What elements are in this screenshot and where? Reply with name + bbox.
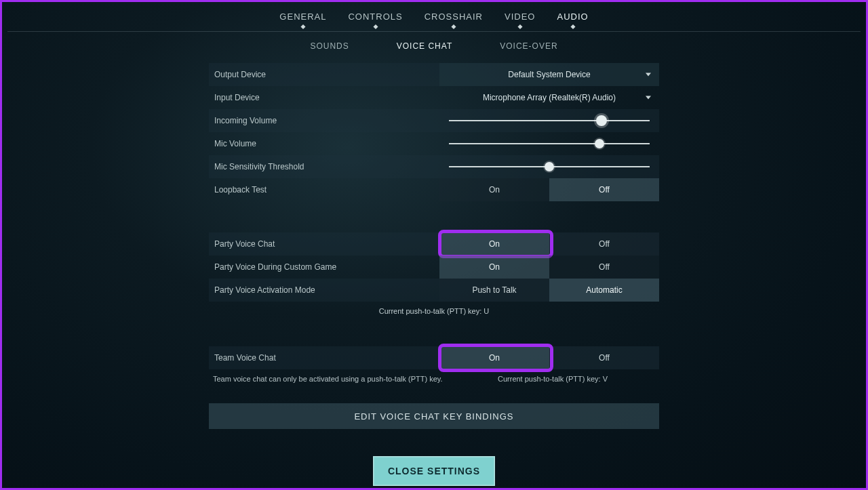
row-team-voice: Team Voice Chat On Off <box>209 346 659 369</box>
tab-controls-label: CONTROLS <box>348 12 402 22</box>
row-party-mode: Party Voice Activation Mode Push to Talk… <box>209 279 659 302</box>
diamond-icon <box>300 24 305 29</box>
row-party-voice: Party Voice Chat On Off <box>209 232 659 256</box>
top-tabs: GENERAL CONTROLS CROSSHAIR VIDEO AUDIO <box>2 2 866 26</box>
output-device-value: Default System Device <box>508 70 590 79</box>
tab-video[interactable]: VIDEO <box>505 12 535 22</box>
party-voice-toggle: On Off <box>439 232 659 256</box>
team-voice-on[interactable]: On <box>439 346 549 369</box>
tab-audio[interactable]: AUDIO <box>557 12 588 22</box>
mic-volume-label: Mic Volume <box>209 139 439 148</box>
input-device-dropdown[interactable]: Microphone Array (Realtek(R) Audio) <box>439 86 659 109</box>
incoming-volume-label: Incoming Volume <box>209 116 439 125</box>
close-settings-button[interactable]: CLOSE SETTINGS <box>373 456 495 486</box>
row-input-device: Input Device Microphone Array (Realtek(R… <box>209 86 659 109</box>
team-note-right: Current push-to-talk (PTT) key: V <box>498 375 655 383</box>
party-ptt-note: Current push-to-talk (PTT) key: U <box>209 302 659 321</box>
slider-thumb[interactable] <box>545 162 554 171</box>
edit-voice-bindings-button[interactable]: EDIT VOICE CHAT KEY BINDINGS <box>209 403 659 429</box>
row-mic-volume: Mic Volume <box>209 132 659 155</box>
subtab-voice-over[interactable]: VOICE-OVER <box>500 41 557 51</box>
tab-general-label: GENERAL <box>279 12 326 22</box>
tab-general[interactable]: GENERAL <box>279 12 326 22</box>
row-incoming-volume: Incoming Volume <box>209 109 659 132</box>
party-mode-label: Party Voice Activation Mode <box>209 285 439 295</box>
row-mic-sensitivity: Mic Sensitivity Threshold <box>209 155 659 178</box>
diamond-icon <box>373 24 378 29</box>
row-loopback: Loopback Test On Off <box>209 178 659 201</box>
party-mode-toggle: Push to Talk Automatic <box>439 279 659 302</box>
row-party-custom: Party Voice During Custom Game On Off <box>209 256 659 279</box>
party-voice-on-label: On <box>489 239 500 249</box>
team-note-left: Team voice chat can only be activated us… <box>213 375 498 383</box>
diamond-icon <box>517 24 522 29</box>
chevron-down-icon <box>646 96 651 100</box>
loopback-on[interactable]: On <box>439 178 549 201</box>
party-voice-on[interactable]: On <box>439 232 549 256</box>
party-voice-off[interactable]: Off <box>549 232 659 256</box>
loopback-label: Loopback Test <box>209 185 439 195</box>
tab-controls[interactable]: CONTROLS <box>348 12 402 22</box>
subtab-sounds[interactable]: SOUNDS <box>310 41 349 51</box>
party-custom-toggle: On Off <box>439 256 659 279</box>
output-device-label: Output Device <box>209 70 439 79</box>
party-custom-off[interactable]: Off <box>549 256 659 279</box>
team-voice-toggle: On Off <box>439 346 659 369</box>
party-custom-on[interactable]: On <box>439 256 549 279</box>
mic-sensitivity-label: Mic Sensitivity Threshold <box>209 162 439 171</box>
sub-tabs: SOUNDS VOICE CHAT VOICE-OVER <box>2 32 866 63</box>
tab-audio-label: AUDIO <box>557 12 588 22</box>
input-device-value: Microphone Array (Realtek(R) Audio) <box>483 93 616 102</box>
tab-crosshair[interactable]: CROSSHAIR <box>425 12 483 22</box>
incoming-volume-slider[interactable] <box>439 120 659 121</box>
chevron-down-icon <box>646 73 651 77</box>
row-output-device: Output Device Default System Device <box>209 63 659 86</box>
diamond-icon <box>570 24 575 29</box>
settings-panel: Output Device Default System Device Inpu… <box>209 63 659 486</box>
loopback-off[interactable]: Off <box>549 178 659 201</box>
party-mode-ptt[interactable]: Push to Talk <box>439 279 549 302</box>
subtab-voice-chat[interactable]: VOICE CHAT <box>397 41 452 51</box>
team-voice-on-label: On <box>489 353 500 363</box>
tab-video-label: VIDEO <box>505 12 535 22</box>
section-gap <box>209 201 659 232</box>
party-mode-auto[interactable]: Automatic <box>549 279 659 302</box>
slider-thumb[interactable] <box>596 115 607 126</box>
section-gap <box>209 321 659 346</box>
team-voice-off[interactable]: Off <box>549 346 659 369</box>
party-voice-label: Party Voice Chat <box>209 239 439 249</box>
input-device-label: Input Device <box>209 93 439 102</box>
team-voice-label: Team Voice Chat <box>209 353 439 363</box>
loopback-toggle: On Off <box>439 178 659 201</box>
diamond-icon <box>451 24 456 29</box>
mic-sensitivity-slider[interactable] <box>439 166 659 167</box>
mic-volume-slider[interactable] <box>439 143 659 144</box>
slider-thumb[interactable] <box>595 139 604 148</box>
party-custom-label: Party Voice During Custom Game <box>209 262 439 272</box>
output-device-dropdown[interactable]: Default System Device <box>439 63 659 86</box>
team-voice-notes: Team voice chat can only be activated us… <box>209 369 659 388</box>
tab-crosshair-label: CROSSHAIR <box>425 12 483 22</box>
